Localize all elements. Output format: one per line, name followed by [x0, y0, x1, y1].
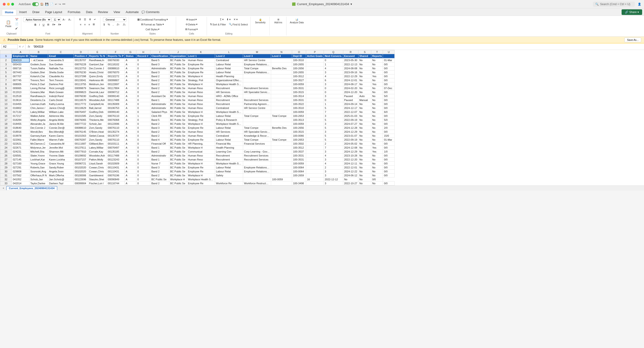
table-cell[interactable]: Sandy.Rober [48, 166, 74, 170]
table-cell[interactable]: Workplace H [187, 146, 215, 150]
header-shared[interactable]: Shared [358, 54, 371, 58]
formula-bar-cancel-icon[interactable]: ✕ [19, 45, 21, 48]
table-cell[interactable]: Assistant De [150, 94, 169, 98]
table-cell[interactable]: A [125, 66, 136, 70]
table-cell[interactable]: Workforce Restructuring [243, 181, 271, 185]
table-cell[interactable]: 100-0059 [271, 177, 292, 181]
table-cell[interactable]: BC Public Se [169, 138, 187, 142]
table-cell[interactable]: No [358, 150, 371, 154]
table-cell[interactable]: No [371, 166, 383, 170]
table-cell[interactable] [243, 162, 271, 166]
header-active-goals[interactable]: Active Goals [306, 54, 324, 58]
table-cell[interactable]: 0 [324, 98, 343, 102]
table-cell[interactable]: No [371, 138, 383, 142]
table-cell[interactable]: No [358, 110, 371, 114]
table-cell[interactable]: 100-2656 [292, 66, 306, 70]
table-cell[interactable]: No [371, 154, 383, 158]
comments-button[interactable]: 💬 Comments [142, 10, 160, 14]
table-cell[interactable]: Yes [371, 74, 383, 78]
table-cell[interactable] [306, 181, 324, 185]
table-cell[interactable] [271, 181, 292, 185]
table-cell[interactable]: 018455 [12, 122, 30, 126]
table-cell[interactable]: Band 2 [150, 130, 169, 134]
table-cell[interactable] [306, 66, 324, 70]
table-cell[interactable]: 100-3512 [292, 74, 306, 78]
table-cell[interactable] [271, 110, 292, 114]
table-cell[interactable]: Employee Re [187, 62, 215, 66]
find-select-button[interactable]: 🔍 Find & Select [228, 22, 249, 27]
tab-insert[interactable]: Insert [16, 9, 30, 15]
table-cell[interactable]: Gilliland,Ben [88, 142, 107, 146]
table-cell[interactable]: Kathy.Leema [48, 102, 74, 106]
table-cell[interactable]: Workplace Health Services [215, 110, 243, 114]
table-cell[interactable] [306, 62, 324, 66]
table-cell[interactable]: Offerhaus,R N [30, 174, 48, 177]
table-cell[interactable]: Workplace H [187, 162, 215, 166]
table-cell[interactable]: 00135707 [74, 58, 88, 62]
table-cell[interactable]: Health Planning [215, 146, 243, 150]
italic-button[interactable]: I [38, 23, 41, 27]
table-cell[interactable]: 0 [136, 66, 150, 70]
table-cell[interactable]: Employee Re [187, 114, 215, 118]
table-cell[interactable]: 2024-12-29 [343, 150, 358, 154]
table-cell[interactable]: No [371, 90, 383, 94]
table-cell[interactable]: 100-3531 [292, 154, 306, 158]
table-cell[interactable]: BC Public Se [169, 162, 187, 166]
table-cell[interactable] [306, 150, 324, 154]
table-cell[interactable]: 0 [136, 177, 150, 181]
table-cell[interactable] [306, 98, 324, 102]
table-cell[interactable]: 2024-08-08 [343, 66, 358, 70]
table-cell[interactable]: Gowans,Mar [30, 90, 48, 94]
table-cell[interactable]: 2023-10-28 [343, 154, 358, 158]
table-cell[interactable]: O'Brien,Heat [88, 130, 107, 134]
table-cell[interactable]: Employee Relations - HQ [243, 70, 271, 74]
table-cell[interactable]: 0 [136, 158, 150, 162]
cut-button[interactable]: ✂️ [14, 17, 20, 22]
table-cell[interactable]: Paused [343, 98, 358, 102]
table-cell[interactable]: 0 [136, 126, 150, 130]
table-cell[interactable] [271, 158, 292, 162]
table-cell[interactable]: Administrativ [150, 102, 169, 106]
table-cell[interactable]: 5/0 [383, 94, 394, 98]
table-cell[interactable]: No [371, 110, 383, 114]
table-cell[interactable]: A [125, 126, 136, 130]
table-cell[interactable]: No [371, 94, 383, 98]
table-cell[interactable]: A [125, 98, 136, 102]
conditional-formatting-button[interactable]: ▦ Conditional Formatting ▾ [136, 17, 169, 22]
table-cell[interactable]: 00100006 [74, 174, 88, 177]
table-cell[interactable]: 00076196 [107, 174, 125, 177]
table-cell[interactable]: BC Public Se [169, 110, 187, 114]
profile-icon[interactable]: 👤 [638, 2, 641, 6]
table-cell[interactable]: Trevors,Terri [30, 78, 48, 82]
table-cell[interactable]: 2024-12-01 [343, 78, 358, 82]
table-cell[interactable]: 022621 [12, 142, 30, 146]
table-cell[interactable]: 00076110 [107, 138, 125, 142]
table-cell[interactable] [243, 94, 271, 98]
table-cell[interactable]: Labour Relat [215, 166, 243, 170]
add-ins-button[interactable]: ⊞ Add-ins [273, 17, 284, 25]
table-cell[interactable]: No [358, 170, 371, 174]
table-cell[interactable]: Yes [371, 82, 383, 86]
table-cell[interactable]: Faller,Warre [30, 138, 48, 142]
table-cell[interactable]: Centralized [215, 106, 243, 110]
table-cell[interactable]: 0/0 [383, 174, 394, 177]
table-cell[interactable]: Recruitment Services [243, 154, 271, 158]
save-as-button[interactable]: Save As... [624, 37, 641, 42]
table-cell[interactable]: HR Service Centre [243, 58, 271, 62]
table-cell[interactable]: 3 [324, 170, 343, 174]
table-cell[interactable]: A [125, 158, 136, 162]
table-cell[interactable]: HR Service Centre [243, 106, 271, 110]
table-cell[interactable]: 0 [136, 166, 150, 170]
table-cell[interactable]: 013614 [12, 98, 30, 102]
table-cell[interactable]: 004319 [12, 58, 30, 62]
table-cell[interactable]: Connie.Der@ [48, 126, 74, 130]
table-cell[interactable]: 0 [136, 98, 150, 102]
table-cell[interactable]: Employee Re [187, 166, 215, 170]
table-cell[interactable]: Employee Re [187, 138, 215, 142]
table-cell[interactable]: Learning Cen [215, 150, 243, 154]
table-cell[interactable]: Human Reso [187, 158, 215, 162]
table-cell[interactable]: 4 [324, 154, 343, 158]
table-cell[interactable]: Fischer,Lori / [88, 181, 107, 185]
table-cell[interactable]: 2022-09-19 [343, 118, 358, 122]
table-cell[interactable]: BC Public Se [169, 70, 187, 74]
